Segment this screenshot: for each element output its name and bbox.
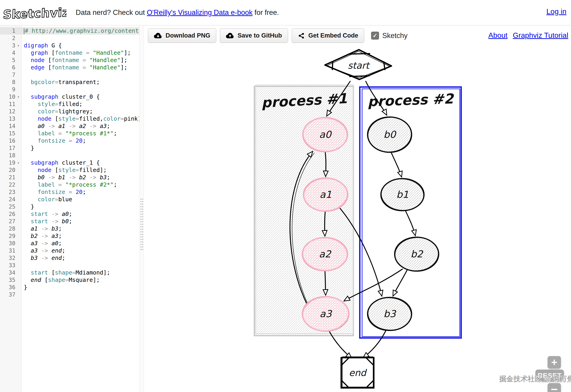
code-line: node [style=filled,color=pink];	[24, 115, 139, 123]
share-icon	[298, 32, 305, 39]
code-line: fontsize = 20;	[24, 137, 139, 144]
logo-text: Sketchviz	[3, 5, 66, 22]
gutter-line-number: 12	[0, 108, 21, 115]
cluster-2-label: process #2	[367, 90, 455, 110]
code-line: label = "*process #1*";	[24, 130, 139, 137]
code-line	[24, 35, 139, 42]
about-link[interactable]: About	[488, 31, 508, 39]
gutter-line-number: 13	[0, 115, 21, 123]
code-line: node [style=filled];	[24, 167, 139, 174]
node-start-label: start	[348, 60, 370, 71]
download-png-label: Download PNG	[165, 32, 210, 39]
node-a0-label: a0	[319, 129, 332, 140]
sketchy-checkbox[interactable]: ✓	[371, 32, 379, 40]
gutter-line-number: 3▾	[0, 42, 21, 49]
preview-toolbar: Download PNG Save to GitHub	[148, 28, 407, 43]
gutter-line-number: 16	[0, 137, 21, 144]
gutter-line-number: 30	[0, 240, 21, 247]
promo-ebook-link[interactable]: O'Reilly's Visualizing Data e-book	[147, 8, 253, 16]
login-link[interactable]: Log in	[546, 7, 566, 16]
gutter-line-number: 5	[0, 56, 21, 64]
node-a1: a1	[303, 177, 348, 212]
code-line: digraph G {	[24, 42, 139, 49]
gutter-line-number: 10▾	[0, 93, 21, 100]
code-line: color=blue	[24, 196, 139, 203]
node-start: start	[325, 50, 391, 79]
save-to-github-label: Save to GitHub	[238, 32, 282, 39]
sketchy-checkbox-label: Sketchy	[382, 32, 407, 40]
gutter-line-number: 15	[0, 130, 21, 137]
gutter-line-number: 6	[0, 64, 21, 71]
resizer-grip-icon	[140, 198, 143, 250]
graphviz-tutorial-link[interactable]: Graphviz Tutorial	[513, 31, 568, 39]
gutter-line-number: 9	[0, 86, 21, 93]
gutter-line-number: 7	[0, 71, 21, 79]
zoom-in-button[interactable]: +	[548, 356, 561, 368]
code-line	[24, 262, 139, 269]
code-line: subgraph cluster_0 {	[24, 93, 139, 100]
code-line	[24, 291, 139, 298]
node-end-label: end	[349, 367, 367, 378]
fold-arrow-icon[interactable]: ▾	[15, 159, 21, 167]
edge-a1-a2	[325, 211, 325, 236]
node-a2-label: a2	[319, 248, 331, 260]
top-links: About Graphviz Tutorial	[485, 31, 568, 40]
code-line: subgraph cluster_1 {	[24, 159, 139, 167]
code-line: label = "*process #2*";	[24, 181, 139, 188]
code-line: a3 -> end;	[24, 247, 139, 254]
code-line: a0 -> a1 -> a2 -> a3;	[24, 123, 139, 130]
gutter-line-number: 23	[0, 188, 21, 196]
gutter-line-number: 22	[0, 181, 21, 188]
code-line: fontsize = 20;	[24, 188, 139, 196]
gutter-line-number: 2	[0, 35, 21, 42]
code-line: style=filled;	[24, 100, 139, 108]
fold-arrow-icon[interactable]: ▾	[15, 93, 21, 100]
node-b3-label: b3	[383, 308, 396, 319]
node-a3: a3	[302, 296, 349, 332]
app-header: Sketchviz Data nerd? Check out O'Reilly'…	[0, 0, 571, 25]
promo-banner: Data nerd? Check out O'Reilly's Visualiz…	[76, 8, 279, 17]
code-line: a3 -> a0;	[24, 240, 139, 247]
download-png-button[interactable]: Download PNG	[148, 28, 216, 43]
gutter-line-number: 29	[0, 232, 21, 240]
code-line: edge [fontname = "Handlee"];	[24, 64, 139, 71]
pane-resizer[interactable]	[139, 26, 144, 392]
fold-arrow-icon[interactable]: ▾	[15, 42, 21, 49]
node-b0-label: b0	[383, 129, 396, 140]
sketchy-toggle: ✓ Sketchy	[371, 32, 407, 40]
get-embed-code-button[interactable]: Get Embed Code	[292, 28, 364, 43]
save-to-github-button[interactable]: Save to GitHub	[220, 28, 288, 43]
code-line: graph [fontname = "Handlee"];	[24, 49, 139, 56]
promo-text-suffix: for free.	[253, 8, 279, 16]
gutter-line-number: 20	[0, 167, 21, 174]
code-line	[24, 86, 139, 93]
code-line: a1 -> b3;	[24, 225, 139, 232]
code-line	[24, 152, 139, 159]
gutter-line-number: 19▾	[0, 159, 21, 167]
gutter-line-number: 27	[0, 218, 21, 225]
text-cursor	[24, 28, 24, 34]
node-end: end	[341, 357, 374, 388]
app-logo: Sketchviz	[2, 3, 66, 23]
code-line: # http://www.graphviz.org/content/cl	[22, 27, 139, 35]
node-a0: a0	[302, 117, 348, 153]
graph-canvas: process #1 process #2	[144, 26, 570, 392]
code-line	[24, 71, 139, 79]
gutter-line-number: 1	[0, 27, 21, 35]
zoom-out-button[interactable]: −	[548, 383, 561, 392]
gutter-line-number: 31	[0, 247, 21, 254]
watermark-text: 掘金技术社区 @ 两万焦	[499, 374, 571, 384]
node-a1-label: a1	[320, 189, 331, 200]
gutter-line-number: 26	[0, 210, 21, 218]
code-line: color=lightgrey;	[24, 108, 139, 115]
code-line: start -> b0;	[24, 218, 139, 225]
code-line: bgcolor=transparent;	[24, 79, 139, 86]
code-editor[interactable]: 123▾45678910▾111213141516171819▾20212223…	[0, 26, 139, 392]
gutter-line-number: 34	[0, 269, 21, 276]
editor-gutter: 123▾45678910▾111213141516171819▾20212223…	[0, 26, 22, 392]
code-line: start [shape=Mdiamond];	[24, 269, 139, 276]
node-a2: a2	[302, 237, 348, 271]
code-line: b2 -> a3;	[24, 232, 139, 240]
code-editor-lines: # http://www.graphviz.org/content/cldigr…	[22, 26, 139, 392]
gutter-line-number: 8	[0, 79, 21, 86]
